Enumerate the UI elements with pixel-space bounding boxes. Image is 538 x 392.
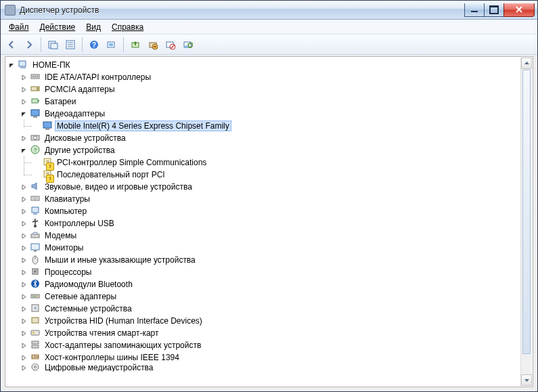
tree-category[interactable]: Компьютер — [6, 205, 520, 217]
vertical-scrollbar[interactable] — [520, 58, 532, 386]
tree-category[interactable]: Контроллеры USB — [6, 217, 520, 230]
tree-category[interactable]: Мыши и иные указывающие устройства — [6, 254, 520, 266]
expander-icon[interactable] — [18, 96, 29, 107]
expander-icon[interactable] — [18, 145, 29, 156]
svg-rect-48 — [31, 244, 39, 250]
tree-category[interactable]: Мониторы — [6, 242, 520, 254]
svg-rect-32 — [45, 129, 49, 130]
tree-item-label: PCMCIA адаптеры — [43, 84, 117, 95]
expander-icon[interactable] — [6, 60, 17, 70]
tree-device[interactable]: Mobile Intel(R) 4 Series Express Chipset… — [6, 120, 520, 132]
back-button[interactable] — [3, 37, 20, 53]
tree-category[interactable]: Устройства HID (Human Interface Devices) — [6, 315, 520, 327]
tree-category[interactable]: 1394Хост-контроллеры шины IEEE 1394 — [6, 351, 520, 364]
tree-category[interactable]: Системные устройства — [6, 303, 520, 315]
close-button[interactable] — [503, 3, 535, 17]
device-tree[interactable]: HOME-ПКIDE ATA/ATAPI контроллерыPCMCIA а… — [6, 58, 520, 386]
expander-icon[interactable] — [18, 242, 29, 253]
uninstall-button[interactable] — [145, 37, 161, 53]
mouse-icon — [29, 255, 41, 265]
tree-category[interactable]: PCMCIA адаптеры — [6, 83, 520, 95]
svg-point-23 — [35, 76, 36, 77]
expander-icon[interactable] — [18, 218, 29, 229]
tree-device[interactable]: ?Последовательный порт PCI — [6, 169, 520, 181]
tree-item-label: Мыши и иные указывающие устройства — [43, 255, 198, 265]
expander-icon[interactable] — [18, 84, 29, 95]
menu-help[interactable]: Справка — [108, 21, 148, 33]
minimize-button[interactable] — [464, 3, 485, 17]
tree-category[interactable]: Модемы — [6, 230, 520, 242]
battery-icon — [29, 96, 41, 107]
tree-item-label: Другие устройства — [43, 145, 117, 156]
tree-item-label: Сетевые адаптеры — [43, 291, 118, 302]
expander-icon[interactable] — [18, 291, 29, 302]
expander-icon[interactable] — [18, 206, 29, 217]
scan-hardware-button[interactable] — [104, 37, 120, 53]
expander-icon[interactable] — [18, 340, 29, 351]
scroll-track[interactable] — [521, 70, 532, 374]
expander-icon[interactable] — [18, 230, 29, 241]
tree-category[interactable]: Батареи — [6, 95, 520, 108]
tree-category[interactable]: Радиомодули Bluetooth — [6, 278, 520, 290]
expander-icon[interactable] — [18, 328, 29, 339]
svg-point-60 — [34, 307, 37, 309]
tree-category[interactable]: Процессоры — [6, 266, 520, 278]
expander-icon[interactable] — [18, 303, 29, 314]
window-title: Диспетчер устройств — [20, 5, 465, 15]
storage-icon — [29, 340, 41, 351]
add-legacy-button[interactable] — [180, 37, 196, 53]
unknown-icon: ? — [41, 157, 53, 168]
scroll-up-button[interactable] — [521, 58, 532, 69]
maximize-button[interactable] — [484, 3, 504, 17]
svg-rect-20 — [20, 67, 26, 68]
tree-category[interactable]: Клавиатуры — [6, 193, 520, 205]
tree-category[interactable]: Звуковые, видео и игровые устройства — [6, 181, 520, 193]
expander-icon[interactable] — [18, 364, 29, 372]
show-hidden-button[interactable] — [45, 37, 61, 53]
update-driver-button[interactable] — [127, 37, 143, 53]
expander-icon[interactable] — [18, 267, 29, 278]
tree-item-label: Звуковые, видео и игровые устройства — [43, 181, 194, 192]
expander-icon[interactable] — [18, 255, 29, 265]
svg-text:?: ? — [92, 41, 96, 49]
tree-category[interactable]: Цифровые медиаустройства — [6, 364, 520, 372]
tree-category[interactable]: Хост-адаптеры запоминающих устройств — [6, 339, 520, 351]
tree-root[interactable]: HOME-ПК — [6, 59, 520, 71]
menu-file[interactable]: Файл — [5, 21, 33, 33]
tree-device[interactable]: ?PCI-контроллер Simple Communications — [6, 156, 520, 169]
expander-icon[interactable] — [18, 108, 29, 119]
svg-rect-49 — [34, 251, 37, 252]
tree-category[interactable]: Видеоадаптеры — [6, 108, 520, 120]
tree-item-label: Mobile Intel(R) 4 Series Express Chipset… — [55, 121, 231, 131]
titlebar[interactable]: Диспетчер устройств — [1, 1, 537, 20]
menu-action[interactable]: Действие — [36, 21, 80, 33]
hid-icon — [29, 315, 41, 326]
expander-icon[interactable] — [18, 181, 29, 192]
scroll-down-button[interactable] — [521, 374, 532, 386]
tree-category[interactable]: ?Другие устройства — [6, 144, 520, 156]
tree-category[interactable]: Устройства чтения смарт-карт — [6, 327, 520, 339]
scroll-thumb[interactable] — [522, 70, 531, 354]
expander-icon[interactable] — [18, 279, 29, 290]
disable-device-button[interactable] — [162, 37, 179, 53]
other-icon: ? — [29, 145, 41, 156]
expander-icon[interactable] — [18, 352, 29, 363]
menu-view[interactable]: Вид — [82, 21, 105, 33]
tree-category[interactable]: Сетевые адаптеры — [6, 290, 520, 303]
expander-icon[interactable] — [18, 194, 29, 204]
tree-category[interactable]: IDE ATA/ATAPI контроллеры — [6, 71, 520, 83]
tree-category[interactable]: Дисковые устройства — [6, 132, 520, 144]
help-button[interactable]: ? — [86, 37, 102, 53]
svg-point-18 — [185, 45, 187, 48]
tree-item-label: Хост-адаптеры запоминающих устройств — [43, 340, 203, 351]
expander-icon[interactable] — [18, 72, 29, 83]
modem-icon — [29, 230, 41, 241]
expander-icon[interactable] — [18, 133, 29, 144]
expander-icon[interactable] — [18, 315, 29, 326]
forward-button[interactable] — [21, 37, 37, 53]
svg-text:?: ? — [46, 159, 49, 165]
tree-item-label: Устройства чтения смарт-карт — [43, 328, 160, 339]
svg-point-34 — [34, 136, 37, 139]
properties-button[interactable] — [62, 37, 79, 53]
tree-item-label: Процессоры — [43, 267, 94, 278]
